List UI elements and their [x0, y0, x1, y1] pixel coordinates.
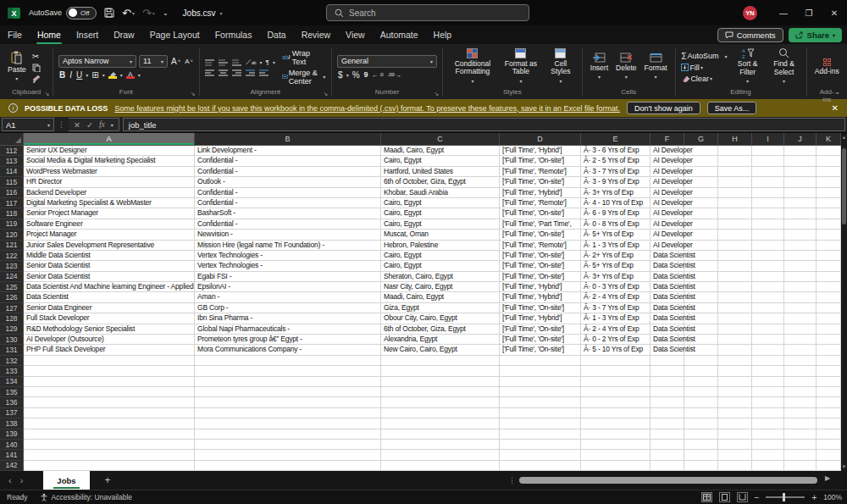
cell-J127[interactable] [784, 303, 817, 313]
addins-button[interactable]: Add-ins [812, 58, 842, 77]
cell-I141[interactable] [752, 450, 784, 460]
fill-color-button[interactable] [108, 71, 118, 79]
cell-E122[interactable]: Â· 2+ Yrs of Exp [581, 251, 650, 261]
cell-F124[interactable]: Data Scientist [650, 272, 684, 282]
cell-C120[interactable]: Muscat, Oman [381, 230, 500, 240]
cell-C119[interactable]: Cairo, Egypt [381, 219, 500, 230]
cell-J140[interactable] [784, 440, 817, 450]
clipboard-dialog-launcher[interactable]: ↘ [44, 91, 49, 97]
align-right-button[interactable] [231, 69, 242, 76]
row-header-121[interactable]: 121 [0, 241, 24, 251]
cell-B117[interactable]: Confidential - [195, 198, 381, 208]
cell-K138[interactable] [817, 418, 841, 429]
scroll-right-icon[interactable]: ▶ [825, 474, 830, 482]
row-header-113[interactable]: 113 [0, 156, 24, 166]
cell-F121[interactable]: AI Developer [650, 241, 684, 251]
cell-A113[interactable]: Social Media & Digital Marketing Special… [24, 156, 195, 166]
row-header-117[interactable]: 117 [0, 198, 24, 208]
cell-A130[interactable]: AI Developer (Outsource) [24, 335, 195, 345]
cell-E135[interactable] [581, 387, 650, 397]
cell-A135[interactable] [24, 387, 195, 397]
cell-H113[interactable] [718, 156, 752, 166]
cell-H135[interactable] [718, 387, 752, 397]
cell-I126[interactable] [752, 292, 784, 302]
cell-D125[interactable]: ['Full Time', 'Hybrid'] [500, 282, 581, 292]
cell-D135[interactable] [500, 387, 581, 397]
cell-E139[interactable] [581, 429, 650, 440]
increase-font-button[interactable]: A˄ [170, 57, 181, 66]
row-header-123[interactable]: 123 [0, 261, 24, 271]
clear-button[interactable]: Clear▾ [680, 75, 728, 83]
minimize-button[interactable]: — [771, 0, 796, 25]
cell-K113[interactable] [817, 156, 841, 166]
cell-I135[interactable] [752, 387, 784, 397]
cell-E119[interactable]: Â· 0 - 8 Yrs of Exp [581, 219, 650, 230]
cell-J122[interactable] [784, 251, 817, 261]
cell-H112[interactable] [718, 146, 752, 156]
cell-K137[interactable] [817, 408, 841, 418]
tab-data[interactable]: Data [259, 25, 293, 44]
cell-B136[interactable] [195, 397, 381, 407]
cell-C123[interactable]: Cairo, Egypt [381, 261, 500, 271]
sheet-tab-jobs[interactable]: Jobs [43, 471, 89, 490]
sort-filter-button[interactable]: AZ Sort & Filter▾ [731, 47, 765, 87]
cell-F122[interactable]: Data Scientist [650, 251, 684, 261]
cell-B138[interactable] [195, 418, 381, 429]
cell-D140[interactable] [500, 440, 581, 450]
cell-H117[interactable] [718, 198, 752, 208]
cell-D131[interactable]: ['Full Time', 'On-site'] [500, 345, 581, 355]
cell-J123[interactable] [784, 261, 817, 271]
cell-A121[interactable]: Junior Sales Development Representative [24, 241, 195, 251]
cell-K123[interactable] [817, 261, 841, 271]
cell-D132[interactable] [500, 356, 581, 366]
cell-K139[interactable] [817, 429, 841, 440]
tab-file[interactable]: File [0, 25, 30, 44]
cell-E114[interactable]: Â· 3 - 7 Yrs of Exp [581, 167, 650, 177]
cell-H134[interactable] [718, 377, 752, 387]
cell-C117[interactable]: Cairo, Egypt [381, 198, 500, 208]
cell-H123[interactable] [718, 261, 752, 271]
cell-B141[interactable] [195, 450, 381, 460]
cell-J129[interactable] [784, 324, 817, 335]
cell-I139[interactable] [752, 429, 784, 440]
cell-J120[interactable] [784, 230, 817, 240]
cell-J135[interactable] [784, 387, 817, 397]
cell-C124[interactable]: Sheraton, Cairo, Egypt [381, 272, 500, 282]
cell-B115[interactable]: Outlook - [195, 177, 381, 187]
cell-B134[interactable] [195, 377, 381, 387]
align-top-button[interactable] [204, 59, 215, 66]
cell-J121[interactable] [784, 241, 817, 251]
cell-E112[interactable]: Â· 3 - 6 Yrs of Exp [581, 146, 650, 156]
cell-F113[interactable]: AI Developer [650, 156, 684, 166]
cell-F137[interactable] [650, 408, 684, 418]
cell-I133[interactable] [752, 366, 784, 376]
cell-G140[interactable] [684, 440, 718, 450]
formula-bar-splitter[interactable]: ⋮ [54, 117, 69, 132]
cell-K142[interactable] [817, 461, 841, 471]
cell-J119[interactable] [784, 219, 817, 230]
add-sheet-button[interactable]: + [90, 474, 126, 486]
page-layout-view-button[interactable] [719, 492, 730, 502]
autosum-button[interactable]: ΣAutoSum▾ [680, 52, 728, 61]
row-header-119[interactable]: 119 [0, 219, 24, 230]
cell-H125[interactable] [718, 282, 752, 292]
format-cells-button[interactable]: Format▾ [642, 52, 670, 83]
cell-K118[interactable] [817, 208, 841, 219]
cell-E113[interactable]: Â· 2 - 5 Yrs of Exp [581, 156, 650, 166]
cell-C141[interactable] [381, 450, 500, 460]
zoom-level[interactable]: 100% [823, 493, 842, 501]
underline-button[interactable]: U [75, 70, 83, 80]
cell-C140[interactable] [381, 440, 500, 450]
cell-B127[interactable]: GB Corp - [195, 303, 381, 313]
row-header-114[interactable]: 114 [0, 167, 24, 177]
orientation-button[interactable]: ⟋ab [245, 58, 257, 67]
cell-J138[interactable] [784, 418, 817, 429]
cell-E117[interactable]: Â· 4 - 10 Yrs of Exp [581, 198, 650, 208]
find-select-button[interactable]: Find & Select▾ [767, 47, 801, 87]
scrollbar-splitter[interactable]: ⋮ [508, 476, 516, 485]
merge-center-button[interactable]: Merge & Center▾ [281, 69, 326, 86]
tab-automate[interactable]: Automate [373, 25, 426, 44]
cell-E132[interactable] [581, 356, 650, 366]
column-header-A[interactable]: A [24, 133, 195, 146]
cell-A118[interactable]: Senior Project Manager [24, 208, 195, 219]
